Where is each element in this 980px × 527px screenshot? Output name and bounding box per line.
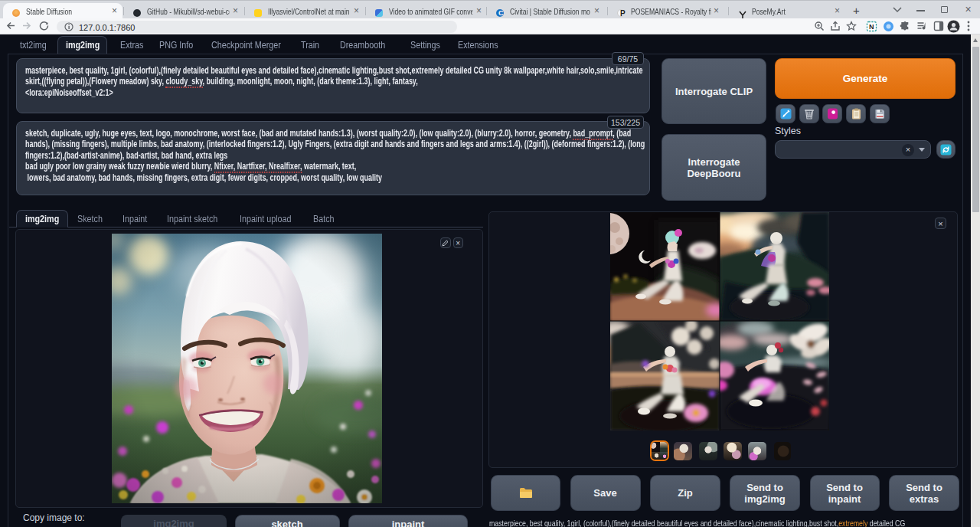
svg-text:N: N (869, 23, 874, 31)
